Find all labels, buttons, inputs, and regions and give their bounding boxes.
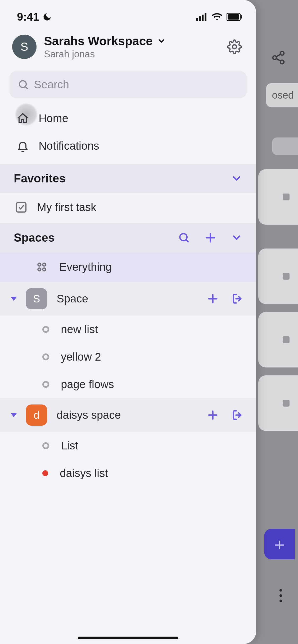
space-label: Space [57, 292, 88, 305]
add-list-button[interactable] [207, 409, 219, 421]
share-icon [271, 50, 286, 65]
svg-point-12 [233, 45, 237, 49]
list-bullet-icon [42, 353, 49, 360]
list-bullet-icon [42, 326, 49, 333]
workspace-switcher[interactable]: Sarahs Workspace [44, 34, 225, 48]
svg-rect-11 [241, 15, 242, 19]
nav-home[interactable]: Home [0, 105, 256, 132]
list-bullet-icon [42, 381, 49, 388]
nav-notifications[interactable]: Notifications [0, 132, 256, 160]
add-space-button[interactable] [204, 232, 216, 244]
svg-point-19 [43, 263, 46, 266]
settings-button[interactable] [225, 37, 244, 56]
svg-rect-6 [199, 16, 201, 21]
background-card [258, 249, 298, 304]
task-checkbox-icon [15, 201, 28, 214]
section-title: Favorites [14, 172, 66, 185]
svg-point-21 [43, 268, 46, 271]
space-badge: S [26, 288, 47, 309]
svg-point-0 [280, 52, 284, 55]
list-label: page flows [61, 378, 114, 391]
svg-rect-15 [16, 203, 26, 212]
svg-point-20 [38, 268, 41, 271]
moon-icon [42, 12, 52, 22]
list-label: daisys list [60, 467, 108, 480]
svg-line-14 [25, 87, 28, 89]
side-drawer: 9:41 S Sarahs Workspace [0, 0, 256, 644]
status-time: 9:41 [17, 11, 39, 23]
svg-point-18 [38, 263, 41, 266]
cellular-icon [196, 13, 207, 21]
section-favorites[interactable]: Favorites [0, 164, 256, 193]
list-item[interactable]: page flows [0, 371, 256, 398]
background-filter-chip: osed [266, 83, 298, 107]
open-space-icon[interactable] [231, 409, 244, 421]
background-more-dots [279, 589, 282, 602]
chevron-down-icon [157, 36, 166, 45]
expand-triangle-icon[interactable] [11, 297, 17, 301]
space-item[interactable]: S Space [0, 282, 256, 316]
status-bar: 9:41 [0, 0, 256, 26]
bell-icon [16, 140, 29, 152]
list-item[interactable]: daisys list [0, 459, 256, 487]
svg-point-13 [19, 81, 26, 88]
search-spaces-button[interactable] [178, 232, 190, 244]
everything-icon [36, 261, 48, 273]
list-bullet-icon [42, 470, 48, 476]
list-item[interactable]: new list [0, 316, 256, 343]
background-card [258, 312, 298, 367]
list-item[interactable]: yellow 2 [0, 343, 256, 371]
workspace-user: Sarah jonas [44, 49, 225, 60]
open-space-icon[interactable] [231, 292, 244, 305]
background-card [258, 375, 298, 431]
svg-point-1 [273, 56, 277, 59]
chevron-down-icon[interactable] [231, 232, 242, 243]
nav-label: Home [39, 112, 68, 125]
workspace-name: Sarahs Workspace [44, 34, 153, 48]
workspace-avatar[interactable]: S [12, 35, 37, 59]
spaces-everything[interactable]: Everything [0, 252, 256, 282]
list-label: List [61, 439, 78, 452]
favorite-item[interactable]: My first task [0, 193, 256, 223]
everything-label: Everything [59, 261, 112, 273]
home-icon [16, 112, 29, 125]
home-indicator [78, 637, 178, 639]
svg-rect-8 [205, 13, 206, 21]
wifi-icon [212, 13, 222, 21]
svg-line-4 [276, 59, 281, 61]
space-badge: d [26, 404, 47, 426]
search-input[interactable]: Search [10, 71, 247, 98]
space-label: daisys space [57, 409, 121, 421]
svg-point-16 [180, 234, 187, 241]
expand-triangle-icon[interactable] [11, 413, 17, 417]
list-label: new list [61, 323, 98, 336]
svg-point-2 [280, 60, 284, 64]
list-label: yellow 2 [61, 351, 101, 363]
search-placeholder: Search [34, 78, 69, 91]
section-spaces: Spaces [0, 223, 256, 252]
nav-label: Notifications [39, 140, 99, 152]
svg-rect-7 [202, 15, 204, 21]
space-item[interactable]: d daisys space [0, 398, 256, 432]
battery-icon [227, 13, 242, 21]
svg-line-3 [276, 54, 281, 57]
background-card [258, 169, 298, 225]
search-icon [17, 79, 29, 90]
svg-line-17 [186, 240, 188, 242]
section-title: Spaces [14, 231, 55, 244]
svg-rect-10 [228, 14, 239, 20]
svg-rect-5 [196, 18, 198, 21]
favorite-label: My first task [37, 201, 96, 214]
background-strip [272, 137, 298, 155]
add-list-button[interactable] [207, 293, 219, 305]
background-fab-add: ＋ [264, 529, 295, 559]
chevron-down-icon [231, 173, 242, 184]
list-bullet-icon [42, 442, 49, 449]
workspace-header: S Sarahs Workspace Sarah jonas [0, 26, 256, 66]
list-item[interactable]: List [0, 432, 256, 459]
